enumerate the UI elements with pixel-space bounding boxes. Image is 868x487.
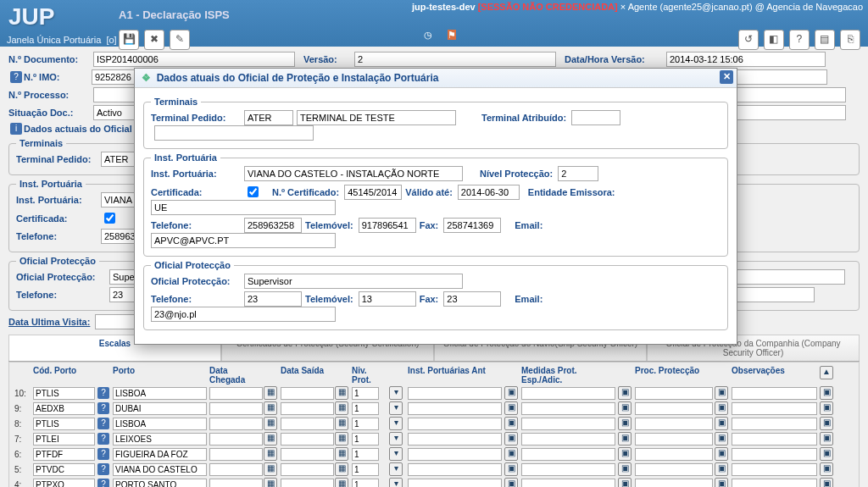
expand-icon[interactable]: ▣ <box>504 478 518 487</box>
m-of-tel-field[interactable] <box>244 291 302 307</box>
porto-field[interactable] <box>113 448 207 461</box>
chegada-field[interactable] <box>209 463 263 476</box>
expand-icon[interactable]: ▣ <box>820 462 833 476</box>
medidas-field[interactable] <box>521 448 615 461</box>
calendar-icon[interactable]: ▦ <box>335 462 348 476</box>
saida-field[interactable] <box>281 433 334 445</box>
info-icon[interactable]: i <box>10 123 22 135</box>
porto-field[interactable] <box>113 479 207 488</box>
chegada-field[interactable] <box>209 479 263 488</box>
expand-icon[interactable]: ▣ <box>618 447 632 461</box>
ver-field[interactable] <box>354 52 556 67</box>
expand-icon[interactable]: ▣ <box>715 462 728 476</box>
calendar-icon[interactable]: ▦ <box>335 401 348 415</box>
m-valido-field[interactable] <box>458 185 520 200</box>
help-icon[interactable]: ? <box>97 433 109 445</box>
porto-field[interactable] <box>113 387 207 400</box>
clock-button[interactable]: ◷ <box>424 30 432 40</box>
m-of-mov-field[interactable] <box>359 291 416 307</box>
dropdown-icon[interactable]: ▾ <box>389 417 403 430</box>
expand-icon[interactable]: ▣ <box>618 401 632 415</box>
expand-icon[interactable]: ▣ <box>715 432 728 445</box>
m-of-fax-field[interactable] <box>443 291 501 307</box>
niv-field[interactable] <box>352 448 379 461</box>
chegada-field[interactable] <box>209 402 263 415</box>
expand-icon[interactable]: ▣ <box>618 432 632 445</box>
inst-ant-field[interactable] <box>408 387 502 400</box>
tb-btn-2[interactable]: ◧ <box>764 30 784 50</box>
help-icon[interactable]: ? <box>10 71 22 83</box>
m-pedido-name[interactable] <box>297 110 456 125</box>
expand-icon[interactable]: ▣ <box>618 478 632 487</box>
niv-field[interactable] <box>352 463 379 476</box>
calendar-icon[interactable]: ▦ <box>264 432 277 445</box>
expand-icon[interactable]: ▣ <box>504 401 518 415</box>
expand-icon[interactable]: ▣ <box>504 462 518 476</box>
grid-scroll-up[interactable]: ▲ <box>820 366 833 379</box>
obs-field[interactable] <box>732 402 817 415</box>
dropdown-icon[interactable]: ▾ <box>389 447 403 461</box>
m-fax-field[interactable] <box>443 218 501 233</box>
calendar-icon[interactable]: ▦ <box>335 478 348 487</box>
expand-icon[interactable]: ▣ <box>820 478 833 487</box>
m-tel-field[interactable] <box>244 218 302 233</box>
saida-field[interactable] <box>281 387 334 400</box>
cod-porto-field[interactable] <box>33 448 95 461</box>
dh-field[interactable] <box>666 52 826 67</box>
porto-field[interactable] <box>113 433 207 445</box>
calendar-icon[interactable]: ▦ <box>264 386 277 400</box>
link-data-ultima[interactable]: Data Ultima Visita: <box>8 317 90 327</box>
medidas-field[interactable] <box>521 433 615 445</box>
m-of-field[interactable] <box>244 274 463 289</box>
m-inst-field[interactable] <box>244 166 463 181</box>
calendar-icon[interactable]: ▦ <box>335 386 348 400</box>
obs-field[interactable] <box>732 479 817 488</box>
expand-icon[interactable]: ▣ <box>820 432 833 445</box>
expand-icon[interactable]: ▣ <box>820 447 833 461</box>
m-numc-field[interactable] <box>344 185 402 200</box>
proc-field[interactable] <box>635 433 713 445</box>
expand-icon[interactable]: ▣ <box>820 401 833 415</box>
dropdown-icon[interactable]: ▾ <box>389 462 403 476</box>
saida-field[interactable] <box>281 463 334 476</box>
m-ent-field[interactable] <box>151 200 336 215</box>
proc-field[interactable] <box>635 463 713 476</box>
obs-field[interactable] <box>732 463 817 476</box>
m-email-field[interactable] <box>151 233 336 248</box>
niv-field[interactable] <box>352 433 379 445</box>
inst-ant-field[interactable] <box>408 463 502 476</box>
expand-icon[interactable]: ▣ <box>504 417 518 430</box>
niv-field[interactable] <box>352 387 379 400</box>
cod-porto-field[interactable] <box>33 433 95 445</box>
expand-icon[interactable]: ▣ <box>715 401 728 415</box>
tb-btn-1[interactable]: ↺ <box>738 30 759 50</box>
saida-field[interactable] <box>281 418 334 430</box>
m-of-email-field[interactable] <box>151 307 336 322</box>
calendar-icon[interactable]: ▦ <box>264 401 277 415</box>
medidas-field[interactable] <box>521 402 615 415</box>
inst-ant-field[interactable] <box>408 418 502 430</box>
saida-field[interactable] <box>281 479 334 488</box>
delete-button[interactable]: ✖ <box>144 30 164 50</box>
medidas-field[interactable] <box>521 463 615 476</box>
saida-field[interactable] <box>281 402 334 415</box>
calendar-icon[interactable]: ▦ <box>335 432 348 445</box>
calendar-icon[interactable]: ▦ <box>335 417 348 430</box>
close-button[interactable]: ✕ <box>720 70 733 84</box>
expand-icon[interactable]: ▣ <box>618 417 632 430</box>
dropdown-icon[interactable]: ▾ <box>389 401 403 415</box>
m-mov-field[interactable] <box>359 218 416 233</box>
cod-porto-field[interactable] <box>33 402 95 415</box>
cod-porto-field[interactable] <box>33 387 95 400</box>
expand-icon[interactable]: ▣ <box>504 447 518 461</box>
tb-btn-5[interactable]: ⎘ <box>840 30 860 50</box>
proc-field[interactable] <box>635 387 713 400</box>
expand-icon[interactable]: ▣ <box>820 386 833 400</box>
help-icon[interactable]: ? <box>97 448 109 460</box>
help-icon[interactable]: ? <box>97 402 109 414</box>
warn-button[interactable]: ⚑ <box>448 30 456 40</box>
help-icon[interactable]: ? <box>97 463 109 475</box>
expand-icon[interactable]: ▣ <box>504 432 518 445</box>
tb-btn-4[interactable]: ▤ <box>815 30 835 50</box>
obs-field[interactable] <box>732 387 817 400</box>
